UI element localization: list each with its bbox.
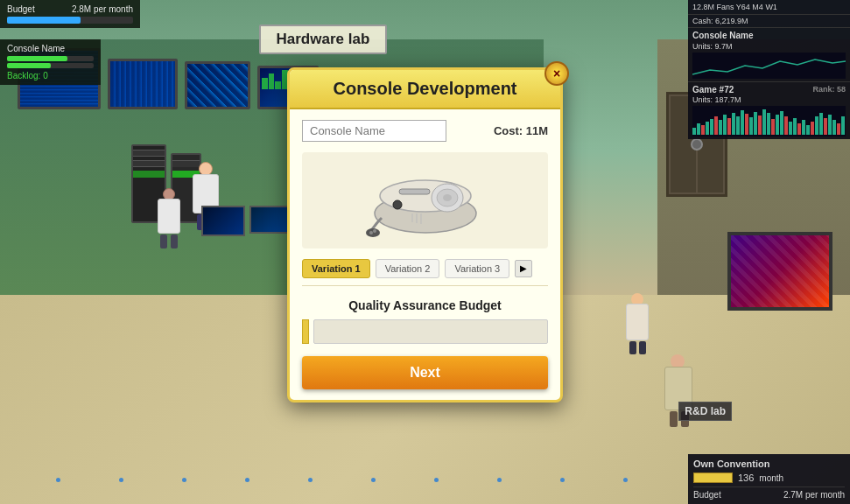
backlog-text: Backlog: 0 — [7, 71, 94, 80]
cn-bar-1 — [7, 56, 67, 61]
bottom-right-panel: Own Convention 136 month Budget 2.7M per… — [688, 454, 850, 504]
svg-rect-18 — [771, 119, 775, 135]
svg-rect-31 — [828, 115, 832, 135]
svg-rect-30 — [824, 118, 827, 135]
svg-rect-28 — [815, 116, 818, 135]
stats-console-section: Console Name Units: 9.7M — [688, 28, 850, 82]
top-stats-panel: 12.8M Fans Y64 M4 W1 Cash: 6,219.9M Cons… — [688, 0, 850, 139]
svg-rect-22 — [789, 122, 792, 135]
game72-graph — [692, 106, 846, 136]
svg-rect-0 — [692, 128, 696, 135]
svg-rect-11 — [741, 110, 744, 135]
svg-rect-4 — [710, 119, 713, 135]
svg-rect-3 — [706, 122, 709, 135]
svg-rect-26 — [806, 125, 810, 135]
svg-rect-25 — [802, 120, 805, 135]
svg-rect-17 — [767, 113, 770, 135]
svg-rect-9 — [732, 113, 735, 135]
svg-rect-24 — [797, 123, 801, 135]
svg-rect-10 — [736, 116, 740, 135]
svg-rect-5 — [714, 116, 718, 135]
svg-rect-32 — [832, 120, 836, 135]
monitor-4 — [257, 66, 319, 109]
desk-monitor-area — [201, 206, 289, 236]
svg-rect-23 — [793, 118, 797, 135]
svg-rect-21 — [784, 116, 788, 135]
monitor-3 — [185, 61, 250, 109]
oc-unit: month — [759, 473, 783, 483]
fans-label: 12.8M Fans Y64 M4 W1 — [692, 3, 777, 11]
budget-panel: Budget 2.8M per month — [0, 0, 140, 28]
svg-rect-34 — [841, 116, 845, 135]
svg-rect-8 — [727, 118, 731, 135]
own-convention-label: Own Convention — [693, 458, 845, 469]
svg-rect-7 — [723, 115, 727, 135]
console-graph — [692, 52, 846, 79]
bottom-budget-label: Budget — [693, 490, 721, 500]
game72-units: Units: 187.7M — [692, 95, 846, 104]
budget-value: 2.8M per month — [72, 4, 133, 14]
svg-rect-29 — [819, 113, 823, 135]
rd-lab-sign: R&D lab — [678, 402, 732, 421]
console-name-panel: Console Name Backlog: 0 — [0, 39, 101, 85]
game72-rank: Rank: 58 — [812, 85, 846, 94]
stats-game-section: Game #72 Rank: 58 Units: 187.7M — [688, 82, 850, 139]
game72-label: Game #72 — [692, 85, 734, 94]
svg-rect-27 — [811, 122, 814, 135]
svg-rect-19 — [776, 115, 779, 135]
bottom-budget-value: 2.7M per month — [783, 490, 845, 500]
cn-bar-2 — [7, 63, 51, 68]
svg-rect-15 — [758, 116, 762, 135]
budget-bar — [7, 17, 81, 24]
stats-console-units: Units: 9.7M — [692, 42, 846, 51]
svg-rect-13 — [749, 117, 753, 135]
worker-3 — [626, 293, 649, 354]
svg-rect-14 — [754, 112, 757, 135]
stats-console-label: Console Name — [692, 31, 846, 40]
svg-rect-2 — [701, 125, 705, 135]
svg-rect-1 — [697, 123, 700, 135]
oc-row: 136 month — [693, 472, 845, 483]
large-screen — [727, 232, 832, 311]
svg-rect-20 — [780, 111, 783, 135]
svg-rect-16 — [762, 109, 766, 135]
monitor-2 — [108, 59, 178, 109]
svg-rect-33 — [837, 123, 840, 135]
svg-rect-6 — [719, 120, 722, 135]
cash-label: Cash: 6,219.9M — [692, 17, 748, 25]
cn-label: Console Name — [7, 44, 94, 53]
oc-bar — [693, 472, 733, 483]
worker-2 — [158, 188, 180, 248]
budget-label: Budget — [7, 4, 35, 14]
floor-dots — [26, 478, 657, 482]
svg-rect-12 — [745, 114, 748, 135]
hardware-lab-sign: Hardware lab — [259, 24, 388, 54]
oc-number: 136 — [738, 472, 754, 483]
